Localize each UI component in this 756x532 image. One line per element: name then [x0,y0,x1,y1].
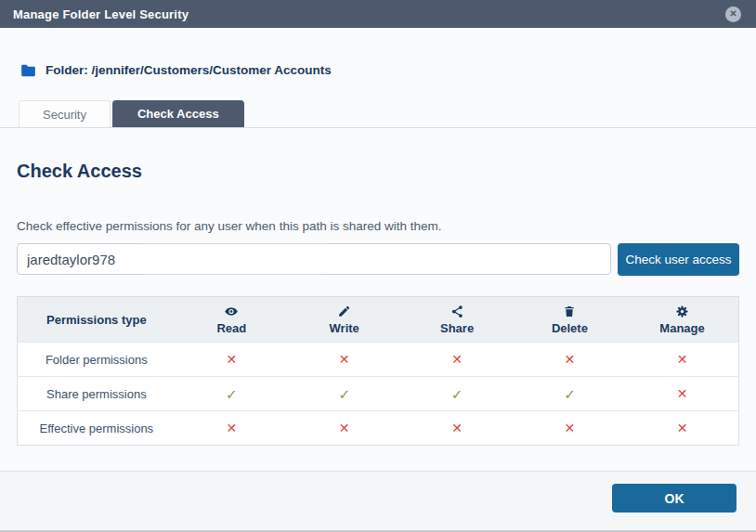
ok-button[interactable]: OK [612,484,736,513]
deny-x-icon: ✕ [514,343,626,377]
modal-title: Manage Folder Level Security [13,7,189,21]
deny-x-icon: ✕ [626,411,738,446]
table-row: Folder permissions✕✕✕✕✕ [18,343,739,377]
trash-icon [563,305,576,318]
column-write: Write [288,297,400,343]
permissions-type-header: Permissions type [18,297,176,343]
deny-x-icon: ✕ [176,343,288,377]
eye-icon [224,305,239,318]
permissions-table: Permissions type Read Write [17,296,739,446]
row-label: Effective permissions [18,411,176,446]
allow-check-icon: ✓ [176,377,288,411]
deny-x-icon: ✕ [626,343,738,377]
pencil-icon [337,305,351,318]
modal-header: Manage Folder Level Security ✕ [0,0,756,28]
deny-x-icon: ✕ [288,343,400,377]
deny-x-icon: ✕ [514,411,626,446]
permissions-table-body: Folder permissions✕✕✕✕✕Share permissions… [18,343,739,446]
folder-path-row: Folder: /jennifer/Customers/Customer Acc… [0,28,756,77]
row-label: Share permissions [18,377,176,411]
permissions-table-header: Permissions type Read Write [18,297,739,343]
column-share-label: Share [400,321,513,335]
tab-check-access[interactable]: Check Access [112,100,244,127]
description-text: Check effective permissions for any user… [17,219,739,233]
column-delete: Delete [514,297,626,343]
share-icon [450,305,464,318]
user-lookup-row: Check user access [17,243,739,276]
allow-check-icon: ✓ [288,377,400,411]
gear-icon [675,305,689,318]
column-read: Read [176,297,288,343]
deny-x-icon: ✕ [176,411,288,446]
tab-bar: Security Check Access [0,77,756,128]
column-share: Share [400,297,513,343]
folder-path-text: Folder: /jennifer/Customers/Customer Acc… [46,63,332,77]
deny-x-icon: ✕ [288,411,400,446]
user-input-wrap [17,243,611,276]
table-row: Share permissions✓✓✓✓✕ [18,377,739,411]
folder-icon [20,64,36,77]
check-access-panel: Check Access Check effective permissions… [0,161,756,446]
tab-security[interactable]: Security [19,100,111,127]
close-icon[interactable]: ✕ [725,6,741,22]
column-write-label: Write [288,321,400,335]
column-manage-label: Manage [626,321,738,335]
column-read-label: Read [176,321,288,335]
deny-x-icon: ✕ [400,411,513,446]
row-label: Folder permissions [18,343,176,377]
column-delete-label: Delete [514,321,626,335]
table-row: Effective permissions✕✕✕✕✕ [18,411,739,446]
allow-check-icon: ✓ [400,377,513,411]
deny-x-icon: ✕ [400,343,513,377]
deny-x-icon: ✕ [626,377,738,411]
user-search-input[interactable] [17,243,611,275]
allow-check-icon: ✓ [514,377,626,411]
modal-footer: OK [0,471,756,530]
check-user-access-button[interactable]: Check user access [618,243,739,276]
column-manage: Manage [626,297,738,343]
page-title: Check Access [17,161,739,182]
